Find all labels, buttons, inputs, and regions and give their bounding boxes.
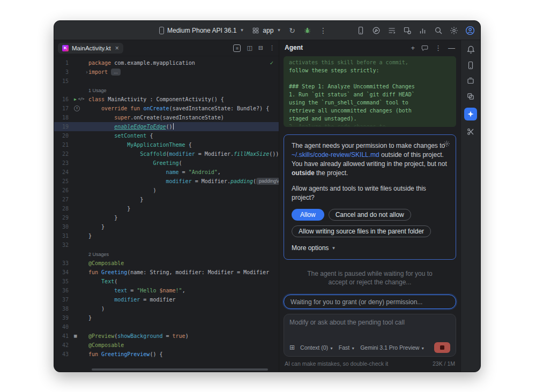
minimize-icon[interactable]: — xyxy=(448,44,455,52)
allow-button[interactable]: Allow xyxy=(292,209,324,221)
cancel-button[interactable]: Cancel and do not allow xyxy=(329,209,411,221)
line-number[interactable]: 28 xyxy=(54,204,72,213)
run-config-selector[interactable]: app ▼ xyxy=(252,27,281,34)
line-number[interactable]: 40 xyxy=(54,322,72,331)
line-number[interactable]: 33 xyxy=(54,259,72,268)
line-number[interactable]: 29 xyxy=(54,213,72,222)
code-line[interactable]: 40 xyxy=(54,322,279,331)
line-number[interactable]: 30 xyxy=(54,222,72,231)
code-line[interactable]: 28 } xyxy=(54,204,279,213)
line-number[interactable]: 27 xyxy=(54,195,72,204)
code-line[interactable]: 24 name = "Android", xyxy=(54,168,279,177)
line-number[interactable]: 20 xyxy=(54,131,72,140)
allow-parent-folder-button[interactable]: Allow writing source files in the parent… xyxy=(292,225,431,237)
line-number[interactable]: 26 xyxy=(54,186,72,195)
profiler-icon[interactable] xyxy=(419,26,427,35)
build-tools-icon[interactable] xyxy=(466,127,475,136)
usage-hint[interactable]: 1 Usage xyxy=(88,88,107,93)
line-number[interactable]: 24 xyxy=(54,168,72,177)
code-line[interactable]: 26 ) xyxy=(54,186,279,195)
device-manager-icon[interactable] xyxy=(372,26,381,35)
permission-settings-icon[interactable] xyxy=(443,140,450,147)
layers-icon[interactable] xyxy=(466,92,475,101)
code-line[interactable]: 37 modifier = modifier xyxy=(54,295,279,304)
split-right-icon[interactable]: ◫ xyxy=(247,44,252,51)
line-number[interactable]: 22 xyxy=(54,149,72,159)
context-dropdown[interactable]: Context (0) ▼ xyxy=(300,344,333,351)
code-line[interactable]: 38 ) xyxy=(54,304,279,313)
new-chat-icon[interactable]: + xyxy=(411,44,415,52)
code-line[interactable]: 19 enableEdgeToEdge() xyxy=(54,122,279,131)
code-line[interactable]: 30 } xyxy=(54,222,279,231)
line-number[interactable]: 23 xyxy=(54,159,72,168)
line-number[interactable]: 18 xyxy=(54,113,72,122)
code-line[interactable]: 16▶</>class MainActivity : ComponentActi… xyxy=(54,95,279,104)
code-line[interactable]: 43fun GreetingPreview() { xyxy=(54,350,279,359)
search-icon[interactable] xyxy=(434,26,443,35)
line-number[interactable] xyxy=(54,250,72,259)
line-number[interactable]: 25 xyxy=(54,177,72,186)
code-line[interactable]: 1package com.example.myapplication xyxy=(54,58,279,67)
more-options[interactable]: More options ▼ xyxy=(292,244,336,253)
settings-gear-icon[interactable] xyxy=(450,26,458,35)
chat-history-icon[interactable] xyxy=(421,44,428,51)
line-number[interactable]: 3 xyxy=(54,67,72,77)
tab-mainactivity[interactable]: K MainActivity.kt × xyxy=(58,43,123,54)
user-avatar[interactable] xyxy=(465,26,475,35)
code-line[interactable]: 21 MyApplicationTheme { xyxy=(54,140,279,149)
code-line[interactable]: 15 xyxy=(54,77,279,86)
stop-button[interactable] xyxy=(434,342,450,353)
agent-tool-window-icon[interactable] xyxy=(464,108,477,120)
sync-icon[interactable]: ↻ xyxy=(289,27,295,34)
device-explorer-icon[interactable] xyxy=(466,61,475,70)
code-line[interactable]: 23 Greeting( xyxy=(54,159,279,168)
permission-wait-input[interactable]: Waiting for you to grant (or deny) permi… xyxy=(284,295,456,309)
model-dropdown[interactable]: Gemini 3.1 Pro Preview ▼ xyxy=(360,344,425,351)
resource-manager-icon[interactable] xyxy=(466,77,475,85)
line-number[interactable]: 34 xyxy=(54,268,72,277)
code-line[interactable]: 29 } xyxy=(54,213,279,222)
code-gutter-icon[interactable]: </> xyxy=(78,95,84,104)
line-number[interactable]: 16 xyxy=(54,95,72,104)
scrollbar-thumb[interactable] xyxy=(92,368,268,371)
code-line[interactable]: 33@Composable xyxy=(54,259,279,268)
split-down-icon[interactable]: ⊟ xyxy=(258,44,263,51)
run-gutter-icon[interactable]: ▶ xyxy=(74,95,77,104)
code-line[interactable]: 22 Scaffold(modifier = Modifier.fillMaxS… xyxy=(54,149,279,159)
code-line[interactable]: 1 Usage xyxy=(54,86,279,95)
code-line[interactable]: 32 xyxy=(54,240,279,250)
code-line[interactable]: 18 super.onCreate(savedInstanceState) xyxy=(54,113,279,122)
code-line[interactable]: 27 } xyxy=(54,195,279,204)
editor-more-icon[interactable]: ⋮ xyxy=(269,44,275,51)
running-devices-icon[interactable] xyxy=(356,26,365,35)
speed-dropdown[interactable]: Fast ▼ xyxy=(339,344,355,351)
line-number[interactable]: 41 xyxy=(54,331,72,341)
line-number[interactable]: 35 xyxy=(54,277,72,286)
editor-list-icon[interactable]: ≡ xyxy=(233,44,241,52)
usage-hint[interactable]: 2 Usages xyxy=(88,252,109,257)
horizontal-scrollbar[interactable] xyxy=(92,368,276,371)
line-number[interactable] xyxy=(54,86,72,95)
line-number[interactable]: 31 xyxy=(54,231,72,240)
debug-bug-icon[interactable] xyxy=(303,26,311,34)
code-line[interactable]: 34fun Greeting(name: String, modifier: M… xyxy=(54,268,279,277)
code-line[interactable]: 36 text = "Hello $name!", xyxy=(54,286,279,295)
line-number[interactable]: 32 xyxy=(54,240,72,250)
line-number[interactable]: 36 xyxy=(54,286,72,295)
code-line[interactable]: 25 modifier = Modifier.padding(paddingVa… xyxy=(54,177,279,186)
code-line[interactable]: 17↑ override fun onCreate(savedInstanceS… xyxy=(54,104,279,113)
logcat-icon[interactable] xyxy=(388,26,396,35)
device-selector[interactable]: Medium Phone API 36.1 ▼ xyxy=(159,27,244,34)
agent-more-icon[interactable]: ⋮ xyxy=(435,44,442,52)
notifications-bell-icon[interactable] xyxy=(466,45,475,54)
line-number[interactable]: 42 xyxy=(54,341,72,350)
run-more-icon[interactable]: ⋮ xyxy=(319,27,327,34)
code-line[interactable]: 35 Text( xyxy=(54,277,279,286)
code-editor[interactable]: 1package com.example.myapplication3›impo… xyxy=(54,56,279,372)
code-line[interactable]: 3›import ... xyxy=(54,67,279,77)
attach-context-icon[interactable]: ⊞ xyxy=(289,344,295,351)
line-number[interactable]: 38 xyxy=(54,304,72,313)
code-line[interactable]: 2 Usages xyxy=(54,250,279,259)
app-inspection-icon[interactable] xyxy=(403,26,412,35)
code-line[interactable]: 31} xyxy=(54,231,279,240)
